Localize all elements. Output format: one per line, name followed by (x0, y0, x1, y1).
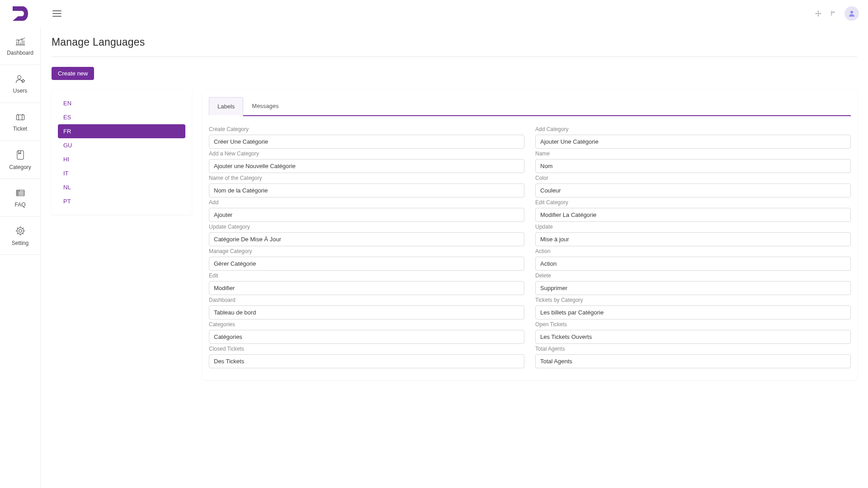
sidebar-item-dashboard[interactable]: Dashboard (0, 27, 40, 65)
sidebar-label: Users (13, 88, 27, 94)
form-label: Action (535, 248, 851, 254)
form-label: Tickets by Category (535, 297, 851, 303)
form-label: Create Category (209, 126, 524, 132)
translation-input[interactable] (535, 135, 851, 149)
translation-input[interactable] (535, 183, 851, 197)
app-logo (9, 4, 29, 23)
sidebar-label: Dashboard (7, 50, 33, 56)
svg-point-2 (22, 80, 24, 82)
form-group: Open Tickets (535, 321, 851, 344)
form-group: Color (535, 175, 851, 197)
translation-input[interactable] (535, 159, 851, 173)
tab-messages[interactable]: Messages (243, 97, 287, 116)
form-label: Add a New Category (209, 150, 524, 157)
form-group: Add Category (535, 126, 851, 149)
svg-rect-4 (17, 150, 23, 159)
sidebar-item-ticket[interactable]: Ticket (0, 103, 40, 141)
header (0, 0, 868, 27)
form-group: Name of the Category (209, 175, 524, 197)
translation-input[interactable] (209, 135, 524, 149)
form-label: Dashboard (209, 297, 524, 303)
sidebar: Dashboard Users Ticket Category FAQ (0, 0, 41, 488)
form-group: Dashboard (209, 297, 524, 319)
language-item-es[interactable]: ES (58, 110, 185, 124)
form-group: Add a New Category (209, 150, 524, 173)
language-item-it[interactable]: IT (58, 166, 185, 180)
form-group: Manage Category (209, 248, 524, 271)
form-label: Total Agents (535, 346, 851, 352)
form-label: Name (535, 150, 851, 157)
create-new-button[interactable]: Create new (52, 67, 94, 80)
form-group: Name (535, 150, 851, 173)
sidebar-label: Category (9, 164, 31, 170)
form-label: Closed Tickets (209, 346, 524, 352)
translation-input[interactable] (209, 257, 524, 271)
form-group: Closed Tickets (209, 346, 524, 368)
labels-form: Create CategoryAdd CategoryAdd a New Cat… (209, 116, 851, 370)
svg-point-6 (19, 229, 21, 232)
translation-input[interactable] (209, 159, 524, 173)
form-group: Update Category (209, 224, 524, 246)
language-item-pt[interactable]: PT (58, 194, 185, 208)
form-label: Add Category (535, 126, 851, 132)
divider (52, 56, 857, 57)
sidebar-label: Ticket (13, 126, 28, 132)
form-label: Update (535, 224, 851, 230)
form-label: Delete (535, 272, 851, 279)
flag-icon[interactable] (830, 9, 836, 18)
form-label: Edit (209, 272, 524, 279)
form-group: Edit Category (535, 199, 851, 222)
form-label: Edit Category (535, 199, 851, 206)
sidebar-label: FAQ (14, 202, 25, 208)
form-group: Add (209, 199, 524, 222)
form-label: Update Category (209, 224, 524, 230)
language-item-gu[interactable]: GU (58, 138, 185, 152)
translation-input[interactable] (535, 305, 851, 319)
form-group: Edit (209, 272, 524, 295)
translation-input[interactable] (535, 232, 851, 246)
form-label: Name of the Category (209, 175, 524, 181)
svg-point-0 (850, 11, 853, 14)
sidebar-item-faq[interactable]: FAQ (0, 179, 40, 217)
language-item-fr[interactable]: FR (58, 124, 185, 138)
expand-icon[interactable] (815, 10, 822, 17)
language-item-nl[interactable]: NL (58, 180, 185, 194)
main-content: Manage Languages Create new EN ES FR GU … (41, 0, 868, 488)
form-group: Tickets by Category (535, 297, 851, 319)
tabs: Labels Messages (209, 96, 851, 116)
translation-input[interactable] (209, 281, 524, 295)
form-label: Categories (209, 321, 524, 328)
tab-labels[interactable]: Labels (209, 97, 243, 116)
form-group: Categories (209, 321, 524, 344)
translation-input[interactable] (209, 232, 524, 246)
form-label: Color (535, 175, 851, 181)
page-title: Manage Languages (52, 36, 857, 48)
form-group: Delete (535, 272, 851, 295)
form-group: Action (535, 248, 851, 271)
form-group: Update (535, 224, 851, 246)
form-label: Open Tickets (535, 321, 851, 328)
sidebar-item-users[interactable]: Users (0, 65, 40, 103)
user-avatar[interactable] (844, 6, 859, 21)
form-group: Create Category (209, 126, 524, 149)
svg-rect-3 (16, 115, 24, 120)
svg-point-1 (17, 75, 21, 79)
translation-input[interactable] (209, 354, 524, 368)
translation-input[interactable] (535, 354, 851, 368)
language-item-hi[interactable]: HI (58, 152, 185, 166)
translation-input[interactable] (209, 208, 524, 222)
translation-input[interactable] (209, 330, 524, 344)
translation-input[interactable] (535, 281, 851, 295)
sidebar-item-category[interactable]: Category (0, 141, 40, 179)
form-label: Manage Category (209, 248, 524, 254)
form-label: Add (209, 199, 524, 206)
translation-input[interactable] (535, 330, 851, 344)
language-item-en[interactable]: EN (58, 96, 185, 110)
translation-input[interactable] (209, 183, 524, 197)
labels-panel: Labels Messages Create CategoryAdd Categ… (203, 90, 857, 380)
translation-input[interactable] (535, 208, 851, 222)
menu-toggle-button[interactable] (52, 10, 61, 17)
translation-input[interactable] (209, 305, 524, 319)
sidebar-item-setting[interactable]: Setting (0, 217, 40, 255)
translation-input[interactable] (535, 257, 851, 271)
